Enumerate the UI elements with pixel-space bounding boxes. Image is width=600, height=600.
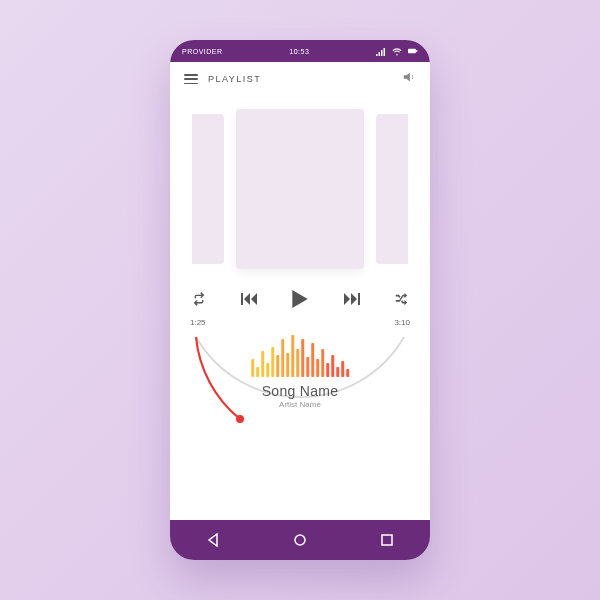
eq-bar [306,357,309,377]
next-button[interactable] [344,293,360,305]
previous-button[interactable] [241,293,257,305]
equalizer [251,335,349,377]
eq-bar [281,339,284,377]
eq-bar [326,363,329,377]
repeat-button[interactable] [192,292,206,306]
svg-rect-3 [382,535,392,545]
svg-point-2 [295,535,305,545]
menu-icon[interactable] [184,74,198,84]
app-header: PLAYLIST [170,62,430,96]
eq-bar [321,349,324,377]
eq-bar [311,343,314,377]
svg-rect-0 [408,49,416,53]
time-elapsed: 1:25 [190,318,206,327]
artist-name: Artist Name [188,400,412,409]
eq-bar [301,339,304,377]
eq-bar [291,335,294,377]
status-icons [376,46,418,56]
android-navbar [170,520,430,560]
battery-icon [408,46,418,56]
album-carousel[interactable] [170,96,430,276]
progress-area: 1:25 3:10 Song Name Artist Name [170,314,430,520]
eq-bar [336,367,339,377]
eq-bar [271,347,274,377]
eq-bar [316,359,319,377]
eq-bar [261,351,264,377]
eq-bar [341,361,344,377]
progress-thumb[interactable] [236,415,244,423]
play-button[interactable] [291,290,309,308]
shuffle-button[interactable] [394,292,408,306]
time-total: 3:10 [394,318,410,327]
song-name: Song Name [188,383,412,399]
eq-bar [256,367,259,377]
nav-back[interactable] [193,520,233,560]
volume-button[interactable] [402,70,416,88]
clock: 10:53 [289,48,309,55]
nav-home[interactable] [280,520,320,560]
status-bar: PROVIDER 10:53 [170,40,430,62]
eq-bar [346,369,349,377]
provider-label: PROVIDER [182,48,223,55]
svg-rect-1 [416,50,417,52]
album-current[interactable] [236,109,364,269]
eq-bar [331,355,334,377]
wifi-icon [392,46,402,56]
eq-bar [251,359,254,377]
eq-bar [296,349,299,377]
eq-bar [276,355,279,377]
eq-bar [266,363,269,377]
album-prev[interactable] [192,114,224,264]
player-controls [170,276,430,314]
nav-recent[interactable] [367,520,407,560]
eq-bar [286,353,289,377]
album-next[interactable] [376,114,408,264]
signal-icon [376,46,386,56]
song-info: Song Name Artist Name [188,383,412,409]
phone-frame: PROVIDER 10:53 PLAYLIST [170,40,430,560]
header-title: PLAYLIST [208,74,261,84]
